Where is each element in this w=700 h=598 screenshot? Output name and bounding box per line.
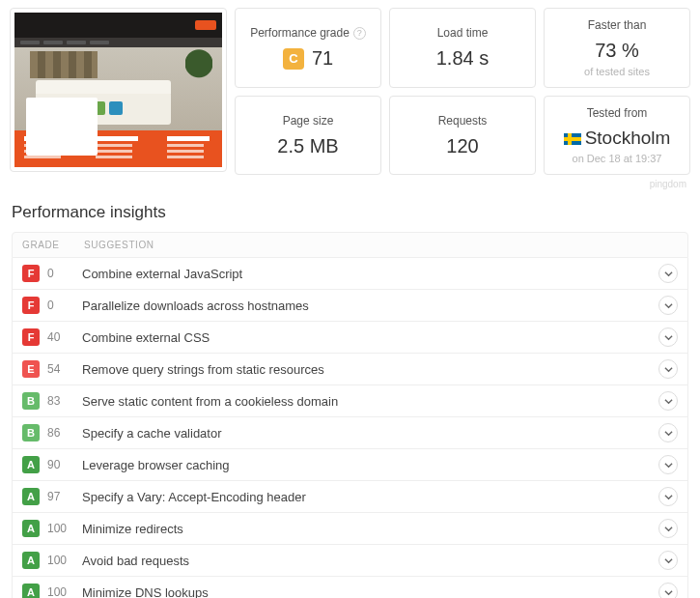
chevron-down-icon[interactable] xyxy=(658,391,678,411)
metric-tested-from: Tested from Stockholm on Dec 18 at 19:37 xyxy=(544,96,690,175)
grade-badge: A xyxy=(22,520,40,537)
brand-label: pingdom xyxy=(0,175,700,189)
metric-label: Load time xyxy=(396,26,529,40)
table-row[interactable]: F0Combine external JavaScript xyxy=(12,258,688,290)
score-value: 40 xyxy=(47,330,82,344)
suggestion-text: Avoid bad requests xyxy=(82,554,658,568)
help-icon[interactable]: ? xyxy=(353,27,366,40)
chevron-down-icon[interactable] xyxy=(658,583,678,598)
metric-value: Stockholm xyxy=(550,128,684,149)
table-row[interactable]: B86Specify a cache validator xyxy=(12,417,688,449)
metric-requests: Requests 120 xyxy=(389,96,536,175)
score-value: 97 xyxy=(47,490,82,503)
score-value: 83 xyxy=(47,394,82,408)
metric-performance-grade: Performance grade ? C 71 xyxy=(235,8,381,88)
table-row[interactable]: A100Avoid bad requests xyxy=(12,545,688,577)
metric-value: 73 % xyxy=(550,40,684,62)
table-row[interactable]: A100Minimize redirects xyxy=(12,513,688,545)
chevron-down-icon[interactable] xyxy=(658,264,678,283)
grade-badge: A xyxy=(22,552,40,569)
chevron-down-icon[interactable] xyxy=(658,359,678,379)
insights-table: GRADE SUGGESTION F0Combine external Java… xyxy=(12,232,688,598)
metric-label: Page size xyxy=(241,114,375,128)
chevron-down-icon[interactable] xyxy=(658,455,678,474)
table-row[interactable]: A90Leverage browser caching xyxy=(12,449,688,481)
suggestion-text: Specify a cache validator xyxy=(82,426,658,441)
metric-label: Tested from xyxy=(550,106,684,120)
chevron-down-icon[interactable] xyxy=(658,487,678,506)
metric-value: 71 xyxy=(312,47,333,70)
table-row[interactable]: A97Specify a Vary: Accept-Encoding heade… xyxy=(12,481,688,513)
suggestion-text: Minimize redirects xyxy=(82,522,658,536)
metric-faster-than: Faster than 73 % of tested sites xyxy=(544,8,690,88)
metric-sub: of tested sites xyxy=(550,66,684,77)
table-row[interactable]: B83Serve static content from a cookieles… xyxy=(12,385,688,417)
grade-badge: C xyxy=(283,48,304,70)
grade-badge: F xyxy=(22,265,40,282)
metric-value: 120 xyxy=(396,135,529,157)
suggestion-text: Combine external JavaScript xyxy=(82,267,658,281)
grade-badge: A xyxy=(22,584,40,598)
grade-badge: A xyxy=(22,456,40,473)
metric-label: Faster than xyxy=(550,18,684,32)
th-grade: GRADE xyxy=(22,240,84,250)
site-thumbnail xyxy=(10,8,227,172)
table-row[interactable]: A100Minimize DNS lookups xyxy=(12,577,688,598)
grade-badge: F xyxy=(22,328,40,346)
table-row[interactable]: F40Combine external CSS xyxy=(12,322,688,354)
metric-page-size: Page size 2.5 MB xyxy=(235,96,381,175)
metric-label: Requests xyxy=(396,114,529,128)
chevron-down-icon[interactable] xyxy=(658,296,678,315)
metric-value: 2.5 MB xyxy=(241,135,375,157)
metric-sub: on Dec 18 at 19:37 xyxy=(550,153,684,164)
suggestion-text: Parallelize downloads across hostnames xyxy=(82,299,658,313)
score-value: 0 xyxy=(47,299,82,312)
metric-load-time: Load time 1.84 s xyxy=(389,8,536,88)
suggestion-text: Remove query strings from static resourc… xyxy=(82,362,658,377)
insights-title: Performance insights xyxy=(0,189,700,232)
score-value: 100 xyxy=(47,522,82,535)
grade-badge: E xyxy=(22,360,40,378)
suggestion-text: Specify a Vary: Accept-Encoding header xyxy=(82,490,658,504)
chevron-down-icon[interactable] xyxy=(658,519,678,538)
score-value: 100 xyxy=(47,585,82,598)
th-suggestion: SUGGESTION xyxy=(84,240,154,250)
grade-badge: B xyxy=(22,424,40,441)
score-value: 86 xyxy=(47,426,82,440)
score-value: 100 xyxy=(47,554,82,567)
suggestion-text: Minimize DNS lookups xyxy=(82,585,658,599)
sweden-flag-icon xyxy=(564,133,581,145)
metric-label: Performance grade xyxy=(250,26,350,40)
chevron-down-icon[interactable] xyxy=(658,327,678,347)
score-value: 54 xyxy=(47,362,82,376)
suggestion-text: Serve static content from a cookieless d… xyxy=(82,394,658,409)
table-row[interactable]: F0Parallelize downloads across hostnames xyxy=(12,290,688,322)
table-header: GRADE SUGGESTION xyxy=(12,232,688,258)
score-value: 0 xyxy=(47,267,82,280)
suggestion-text: Leverage browser caching xyxy=(82,458,658,472)
metric-value: 1.84 s xyxy=(396,47,529,70)
suggestion-text: Combine external CSS xyxy=(82,330,658,345)
grade-badge: B xyxy=(22,392,40,410)
grade-badge: F xyxy=(22,297,40,314)
chevron-down-icon[interactable] xyxy=(658,423,678,442)
chevron-down-icon[interactable] xyxy=(658,551,678,570)
score-value: 90 xyxy=(47,458,82,471)
table-row[interactable]: E54Remove query strings from static reso… xyxy=(12,354,688,385)
grade-badge: A xyxy=(22,488,40,505)
